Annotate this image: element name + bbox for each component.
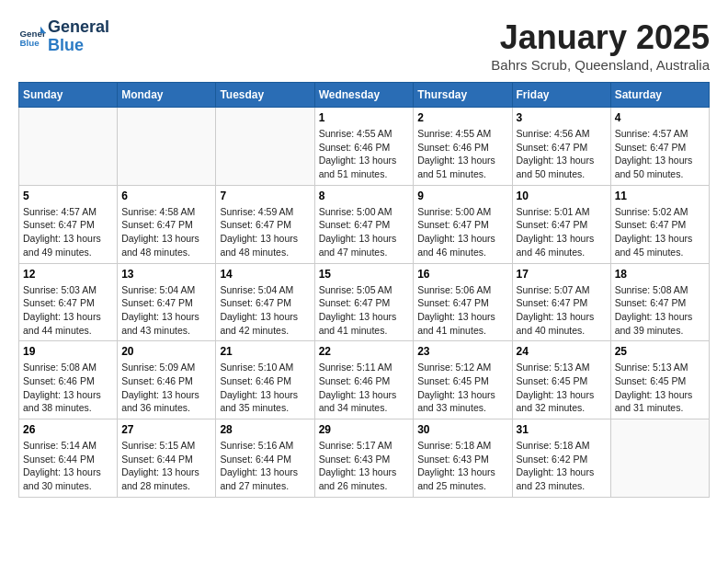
calendar-cell: 24Sunrise: 5:13 AMSunset: 6:45 PMDayligh… <box>512 341 610 419</box>
calendar-cell: 20Sunrise: 5:09 AMSunset: 6:46 PMDayligh… <box>118 341 216 419</box>
day-info: Sunrise: 5:17 AMSunset: 6:43 PMDaylight:… <box>319 439 410 493</box>
day-info: Sunrise: 5:00 AMSunset: 6:47 PMDaylight:… <box>417 205 507 259</box>
calendar-cell: 7Sunrise: 4:59 AMSunset: 6:47 PMDaylight… <box>216 185 314 263</box>
logo-general: General <box>48 18 109 37</box>
calendar-cell: 13Sunrise: 5:04 AMSunset: 6:47 PMDayligh… <box>118 263 216 341</box>
weekday-header-friday: Friday <box>512 83 610 108</box>
calendar-cell <box>610 419 709 498</box>
day-number: 16 <box>417 268 507 281</box>
day-number: 10 <box>517 190 607 202</box>
calendar-cell <box>216 108 314 186</box>
day-info: Sunrise: 5:18 AMSunset: 6:43 PMDaylight:… <box>417 439 507 493</box>
day-info: Sunrise: 5:03 AMSunset: 6:47 PMDaylight:… <box>23 283 113 338</box>
day-info: Sunrise: 5:16 AMSunset: 6:44 PMDaylight:… <box>220 439 310 493</box>
svg-text:Blue: Blue <box>20 38 40 48</box>
day-number: 29 <box>319 423 410 436</box>
day-number: 1 <box>319 111 410 124</box>
calendar-cell: 10Sunrise: 5:01 AMSunset: 6:47 PMDayligh… <box>512 185 610 263</box>
day-info: Sunrise: 5:10 AMSunset: 6:46 PMDaylight:… <box>220 361 310 415</box>
day-info: Sunrise: 4:57 AMSunset: 6:47 PMDaylight:… <box>615 127 705 181</box>
day-info: Sunrise: 5:13 AMSunset: 6:45 PMDaylight:… <box>615 361 705 415</box>
day-info: Sunrise: 4:56 AMSunset: 6:47 PMDaylight:… <box>517 127 607 181</box>
day-info: Sunrise: 5:08 AMSunset: 6:47 PMDaylight:… <box>615 283 705 338</box>
weekday-header-tuesday: Tuesday <box>216 83 314 108</box>
day-number: 18 <box>615 268 705 281</box>
day-info: Sunrise: 5:04 AMSunset: 6:47 PMDaylight:… <box>220 283 310 338</box>
calendar-week-2: 5Sunrise: 4:57 AMSunset: 6:47 PMDaylight… <box>19 185 710 263</box>
day-number: 27 <box>121 423 211 436</box>
calendar-week-3: 12Sunrise: 5:03 AMSunset: 6:47 PMDayligh… <box>19 263 710 341</box>
day-number: 3 <box>517 111 607 124</box>
day-info: Sunrise: 5:02 AMSunset: 6:47 PMDaylight:… <box>615 205 705 259</box>
logo-icon: General Blue <box>18 23 46 51</box>
weekday-header-sunday: Sunday <box>19 83 118 108</box>
calendar-cell: 19Sunrise: 5:08 AMSunset: 6:46 PMDayligh… <box>19 341 118 419</box>
day-info: Sunrise: 4:57 AMSunset: 6:47 PMDaylight:… <box>23 205 113 259</box>
calendar-cell: 14Sunrise: 5:04 AMSunset: 6:47 PMDayligh… <box>216 263 314 341</box>
day-number: 23 <box>417 345 507 358</box>
day-info: Sunrise: 5:04 AMSunset: 6:47 PMDaylight:… <box>121 283 211 338</box>
day-number: 11 <box>615 190 705 202</box>
day-info: Sunrise: 4:58 AMSunset: 6:47 PMDaylight:… <box>121 205 211 259</box>
day-number: 21 <box>220 345 310 358</box>
day-number: 24 <box>517 345 607 358</box>
calendar-week-4: 19Sunrise: 5:08 AMSunset: 6:46 PMDayligh… <box>19 341 710 419</box>
day-number: 19 <box>23 345 113 358</box>
calendar-cell: 31Sunrise: 5:18 AMSunset: 6:42 PMDayligh… <box>512 419 610 498</box>
calendar-cell: 17Sunrise: 5:07 AMSunset: 6:47 PMDayligh… <box>512 263 610 341</box>
day-number: 9 <box>417 190 507 202</box>
day-number: 17 <box>517 268 607 281</box>
calendar-cell <box>118 108 216 186</box>
day-number: 31 <box>517 423 607 436</box>
day-number: 22 <box>319 345 410 358</box>
calendar-cell: 25Sunrise: 5:13 AMSunset: 6:45 PMDayligh… <box>610 341 709 419</box>
calendar-cell: 6Sunrise: 4:58 AMSunset: 6:47 PMDaylight… <box>118 185 216 263</box>
weekday-header-monday: Monday <box>118 83 216 108</box>
location-title: Bahrs Scrub, Queensland, Australia <box>491 57 710 73</box>
calendar-table: SundayMondayTuesdayWednesdayThursdayFrid… <box>18 82 710 498</box>
calendar-cell: 1Sunrise: 4:55 AMSunset: 6:46 PMDaylight… <box>314 108 414 186</box>
calendar-cell: 30Sunrise: 5:18 AMSunset: 6:43 PMDayligh… <box>414 419 512 498</box>
calendar-cell: 22Sunrise: 5:11 AMSunset: 6:46 PMDayligh… <box>314 341 414 419</box>
day-number: 20 <box>121 345 211 358</box>
calendar-cell: 3Sunrise: 4:56 AMSunset: 6:47 PMDaylight… <box>512 108 610 186</box>
day-number: 6 <box>121 190 211 202</box>
logo-blue: Blue <box>48 37 109 55</box>
month-title: January 2025 <box>491 18 710 57</box>
calendar-week-1: 1Sunrise: 4:55 AMSunset: 6:46 PMDaylight… <box>19 108 710 186</box>
day-info: Sunrise: 4:55 AMSunset: 6:46 PMDaylight:… <box>319 127 410 181</box>
day-info: Sunrise: 5:18 AMSunset: 6:42 PMDaylight:… <box>517 439 607 493</box>
weekday-header-saturday: Saturday <box>610 83 709 108</box>
calendar-cell: 26Sunrise: 5:14 AMSunset: 6:44 PMDayligh… <box>19 419 118 498</box>
weekday-header-row: SundayMondayTuesdayWednesdayThursdayFrid… <box>19 83 710 108</box>
calendar-cell: 29Sunrise: 5:17 AMSunset: 6:43 PMDayligh… <box>314 419 414 498</box>
day-info: Sunrise: 5:09 AMSunset: 6:46 PMDaylight:… <box>121 361 211 415</box>
day-info: Sunrise: 5:05 AMSunset: 6:47 PMDaylight:… <box>319 283 410 338</box>
day-info: Sunrise: 4:59 AMSunset: 6:47 PMDaylight:… <box>220 205 310 259</box>
calendar-week-5: 26Sunrise: 5:14 AMSunset: 6:44 PMDayligh… <box>19 419 710 498</box>
page-header: General Blue General Blue January 2025 B… <box>18 18 710 73</box>
calendar-cell: 12Sunrise: 5:03 AMSunset: 6:47 PMDayligh… <box>19 263 118 341</box>
logo: General Blue General Blue <box>18 18 109 55</box>
day-info: Sunrise: 4:55 AMSunset: 6:46 PMDaylight:… <box>417 127 507 181</box>
weekday-header-thursday: Thursday <box>414 83 512 108</box>
calendar-cell: 4Sunrise: 4:57 AMSunset: 6:47 PMDaylight… <box>610 108 709 186</box>
day-info: Sunrise: 5:14 AMSunset: 6:44 PMDaylight:… <box>23 439 113 493</box>
calendar-cell: 11Sunrise: 5:02 AMSunset: 6:47 PMDayligh… <box>610 185 709 263</box>
day-number: 14 <box>220 268 310 281</box>
calendar-cell: 5Sunrise: 4:57 AMSunset: 6:47 PMDaylight… <box>19 185 118 263</box>
day-info: Sunrise: 5:00 AMSunset: 6:47 PMDaylight:… <box>319 205 410 259</box>
day-number: 7 <box>220 190 310 202</box>
calendar-cell: 15Sunrise: 5:05 AMSunset: 6:47 PMDayligh… <box>314 263 414 341</box>
day-info: Sunrise: 5:08 AMSunset: 6:46 PMDaylight:… <box>23 361 113 415</box>
calendar-cell: 2Sunrise: 4:55 AMSunset: 6:46 PMDaylight… <box>414 108 512 186</box>
day-info: Sunrise: 5:07 AMSunset: 6:47 PMDaylight:… <box>517 283 607 338</box>
day-info: Sunrise: 5:11 AMSunset: 6:46 PMDaylight:… <box>319 361 410 415</box>
day-info: Sunrise: 5:06 AMSunset: 6:47 PMDaylight:… <box>417 283 507 338</box>
calendar-cell: 18Sunrise: 5:08 AMSunset: 6:47 PMDayligh… <box>610 263 709 341</box>
day-number: 30 <box>417 423 507 436</box>
calendar-cell: 8Sunrise: 5:00 AMSunset: 6:47 PMDaylight… <box>314 185 414 263</box>
day-number: 8 <box>319 190 410 202</box>
weekday-header-wednesday: Wednesday <box>314 83 414 108</box>
calendar-cell <box>19 108 118 186</box>
